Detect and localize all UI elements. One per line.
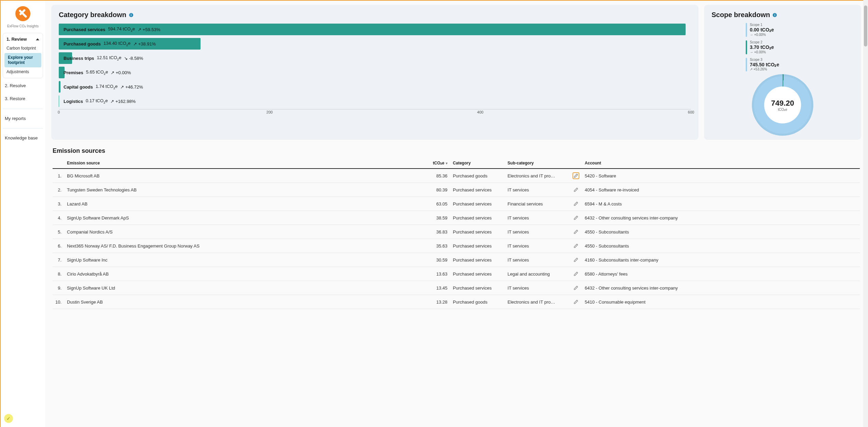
row-source: Lazard AB (64, 197, 419, 211)
sidebar-item-explore[interactable]: Explore your footprint (4, 53, 41, 67)
status-badge-icon[interactable]: ✓ (4, 414, 13, 423)
scrollbar-thumb[interactable] (864, 5, 867, 46)
table-row[interactable]: 1.BG Microsoft AB85.36Purchased goodsEle… (53, 169, 860, 183)
scope-stripe (746, 58, 747, 72)
donut-total-value: 749.20 (771, 99, 794, 108)
row-category: Purchased goods (450, 169, 505, 183)
edit-icon[interactable] (573, 298, 579, 305)
row-category: Purchased services (450, 267, 505, 281)
row-source: Dustin Sverige AB (64, 295, 419, 309)
category-bar[interactable]: Premises 5.65 tCO2e +0.00% (59, 66, 691, 79)
brand-logo-icon (15, 6, 30, 21)
edit-icon[interactable] (573, 242, 579, 249)
info-icon[interactable]: i (773, 13, 777, 17)
vertical-scrollbar[interactable] (863, 0, 868, 427)
row-account: 6594 - M & A costs (582, 197, 860, 211)
nav-review-label: 1. Review (6, 37, 27, 42)
scope-name: Scope 2 (750, 40, 774, 44)
nav-knowledge-base[interactable]: Knowledge base (3, 133, 43, 144)
axis-tick: 600 (688, 110, 694, 114)
edit-icon[interactable] (573, 200, 579, 207)
category-bar[interactable]: Capital goods 1.74 tCO2e +46.72% (59, 80, 691, 93)
bar-label: Purchased services 594.74 tCO2e +59.53% (64, 23, 160, 36)
nav-resolve[interactable]: 2. Resolve (3, 80, 43, 91)
table-row[interactable]: 6.Next365 Norway AS/ F.D. Business Engag… (53, 239, 860, 253)
table-row[interactable]: 10.Dustin Sverige AB13.28Purchased goods… (53, 295, 860, 309)
table-row[interactable]: 9.SignUp Software UK Ltd13.45Purchased s… (53, 281, 860, 295)
category-axis: 0200400600 (59, 109, 691, 115)
col-source-header[interactable]: Emission source (64, 158, 419, 169)
table-row[interactable]: 2.Tungsten Sweden Technologies AB80.39Pu… (53, 183, 860, 197)
edit-icon[interactable] (573, 284, 579, 291)
edit-icon[interactable] (573, 172, 579, 179)
row-subcategory: IT services (505, 253, 570, 267)
row-subcategory: Financial services (505, 197, 570, 211)
row-subcategory: Legal and accounting (505, 267, 570, 281)
row-index: 7. (53, 253, 64, 267)
row-subcategory: IT services (505, 225, 570, 239)
row-subcategory: IT services (505, 281, 570, 295)
row-account: 4054 - Software re-invoiced (582, 183, 860, 197)
row-category: Purchased goods (450, 295, 505, 309)
bar-label: Logistics 0.17 tCO2e +162.98% (64, 95, 136, 108)
row-category: Purchased services (450, 197, 505, 211)
axis-tick: 400 (477, 110, 483, 114)
col-category-header[interactable]: Category (450, 158, 505, 169)
nav-restore[interactable]: 3. Restore (3, 93, 43, 104)
col-account-header[interactable]: Account (582, 158, 860, 169)
category-bar[interactable]: Purchased goods 134.40 tCO2e +38.91% (59, 37, 691, 50)
table-row[interactable]: 5.Companial Nordics A/S36.83Purchased se… (53, 225, 860, 239)
col-subcategory-header[interactable]: Sub-category (505, 158, 570, 169)
row-tco2e: 13.28 (419, 295, 450, 309)
scope-card[interactable]: Scope 3745.50 tCO₂e↗ +53.26% (746, 58, 797, 72)
bar-fill (59, 81, 60, 93)
nav-review-header[interactable]: 1. Review (3, 35, 43, 44)
category-bar[interactable]: Business trips 12.51 tCO2e -8.58% (59, 52, 691, 65)
edit-icon[interactable] (573, 214, 579, 221)
scope-stripe (746, 40, 747, 54)
row-category: Purchased services (450, 183, 505, 197)
col-tco2e-header[interactable]: tCO₂e▾ (419, 158, 450, 169)
top-panels: Category breakdown i Purchased services … (51, 5, 861, 140)
row-tco2e: 80.39 (419, 183, 450, 197)
row-tco2e: 35.63 (419, 239, 450, 253)
table-row[interactable]: 8.Cirio Advokatbyrå AB13.63Purchased ser… (53, 267, 860, 281)
scope-card[interactable]: Scope 23.70 tCO₂e→ +0.00% (746, 40, 797, 54)
scope-delta: ↗ +53.26% (750, 67, 779, 71)
chevron-up-icon (36, 38, 39, 40)
col-edit-header (570, 158, 582, 169)
sort-caret-icon: ▾ (446, 161, 447, 165)
edit-icon[interactable] (573, 270, 579, 277)
row-category: Purchased services (450, 211, 505, 225)
row-index: 2. (53, 183, 64, 197)
row-subcategory: Electronics and IT pro… (505, 169, 570, 183)
donut-center: 749.20 tCO₂e (752, 74, 813, 136)
info-icon[interactable]: i (129, 13, 133, 17)
row-source: Next365 Norway AS/ F.D. Business Engagem… (64, 239, 419, 253)
bar-label: Premises 5.65 tCO2e +0.00% (64, 66, 131, 79)
row-source: SignUp Software UK Ltd (64, 281, 419, 295)
category-breakdown-title: Category breakdown i (59, 11, 691, 19)
scope-name: Scope 1 (750, 23, 774, 27)
category-bar[interactable]: Purchased services 594.74 tCO2e +59.53% (59, 23, 691, 36)
edit-icon[interactable] (573, 228, 579, 235)
scope-card[interactable]: Scope 10.00 tCO₂e→ +0.00% (746, 23, 797, 37)
category-bar[interactable]: Logistics 0.17 tCO2e +162.98% (59, 95, 691, 108)
row-index: 6. (53, 239, 64, 253)
row-subcategory: IT services (505, 211, 570, 225)
row-category: Purchased services (450, 225, 505, 239)
table-row[interactable]: 4.SignUp Software Denmark ApS38.59Purcha… (53, 211, 860, 225)
edit-icon[interactable] (573, 256, 579, 263)
row-subcategory: IT services (505, 239, 570, 253)
row-account: 6580 - Attorneys' fees (582, 267, 860, 281)
table-row[interactable]: 7.SignUp Software Inc30.59Purchased serv… (53, 253, 860, 267)
table-row[interactable]: 3.Lazard AB63.05Purchased servicesFinanc… (53, 197, 860, 211)
scope-value: 3.70 tCO₂e (750, 44, 774, 50)
nav-my-reports[interactable]: My reports (3, 113, 43, 124)
category-breakdown-title-text: Category breakdown (59, 11, 126, 19)
sidebar-item-adjustments[interactable]: Adjustments (3, 67, 43, 77)
sidebar-item-carbon-footprint[interactable]: Carbon footprint (3, 44, 43, 53)
emission-sources-table: Emission source tCO₂e▾ Category Sub-cate… (53, 158, 860, 309)
edit-icon[interactable] (573, 186, 579, 193)
scope-donut-chart: 749.20 tCO₂e (752, 74, 813, 136)
